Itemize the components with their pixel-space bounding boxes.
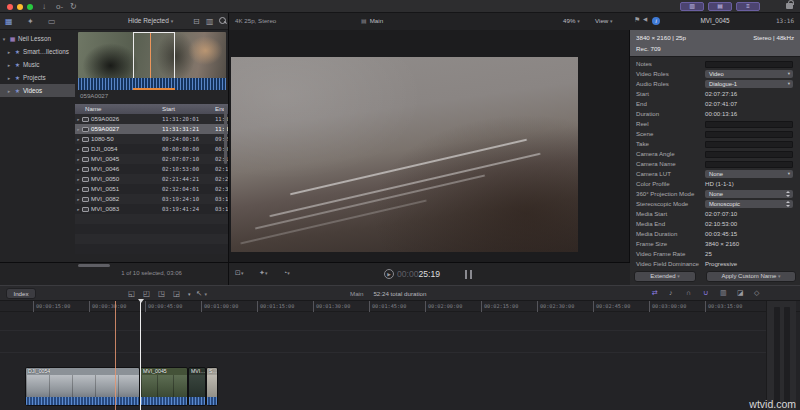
minimize-window-button[interactable] xyxy=(17,4,23,10)
timeline-clip[interactable]: S… xyxy=(206,367,218,406)
table-row[interactable]: ▸059A002611:31:20:0111:31 xyxy=(75,114,228,124)
extended-button[interactable]: Extended ▾ xyxy=(634,271,696,282)
text-field[interactable] xyxy=(705,131,793,138)
timeline-clip[interactable]: DJI_0054 xyxy=(25,367,140,406)
table-row[interactable]: ▸MVI_005002:21:44:2102:2 xyxy=(75,174,228,184)
disclosure-closed-icon[interactable]: ▸ xyxy=(75,175,82,184)
search-icon[interactable] xyxy=(219,17,227,25)
inspector-titlebar: ⚑ ◀ i MVI_0045 13:16 xyxy=(630,13,800,30)
close-window-button[interactable] xyxy=(7,4,13,10)
disclosure-closed-icon[interactable]: ▸ xyxy=(5,72,13,84)
play-button[interactable]: ▶ xyxy=(384,269,394,279)
list-vertical-scrollbar[interactable] xyxy=(224,106,227,164)
text-field[interactable] xyxy=(705,161,793,168)
index-button[interactable]: Index xyxy=(6,288,36,299)
table-row[interactable]: ▸MVI_004602:10:53:0002:12 xyxy=(75,164,228,174)
inspector-row-label: Stereoscopic Mode xyxy=(636,199,688,209)
list-view-icon[interactable]: ▥ xyxy=(206,15,214,28)
table-row[interactable]: ▸MVI_005102:32:04:0102:3 xyxy=(75,184,228,194)
view-dropdown[interactable]: View ▾ xyxy=(595,17,613,24)
table-row[interactable]: ▸MVI_008203:19:24:1003:1 xyxy=(75,194,228,204)
effects-browser-icon[interactable]: ◪ xyxy=(737,289,744,297)
timeline-clip[interactable]: MVI… xyxy=(188,367,206,406)
enhance-dropdown-icon[interactable]: ✦▾ xyxy=(259,269,267,277)
inspector-row-360-projection-mode: 360° Projection ModeNone xyxy=(630,189,800,199)
libraries-sidebar-icon[interactable]: ▦ xyxy=(5,15,13,28)
column-start[interactable]: Start xyxy=(162,104,175,114)
disclosure-closed-icon[interactable]: ▸ xyxy=(75,185,82,194)
text-field[interactable] xyxy=(705,141,793,148)
timeline-ruler[interactable]: 00:00:15:0000:00:30:0000:00:45:0000:01:0… xyxy=(0,301,800,312)
table-row[interactable]: ▸1080-5009:24:00:1609:24 xyxy=(75,134,228,144)
disclosure-closed-icon[interactable]: ▸ xyxy=(75,195,82,204)
table-row[interactable]: ▸MVI_008303:19:41:2403:1 xyxy=(75,204,228,214)
connect-clip-icon[interactable]: ◱ xyxy=(128,289,135,299)
chevron-down-icon: ▾ xyxy=(610,18,613,24)
text-field[interactable] xyxy=(705,61,793,68)
transform-dropdown-icon[interactable]: ⊡▾ xyxy=(235,269,243,277)
insert-clip-icon[interactable]: ◰ xyxy=(143,289,150,299)
clip-start-tc: 03:19:41:24 xyxy=(162,204,199,214)
audio-skimming-icon[interactable]: ♪ xyxy=(669,289,673,296)
disclosure-closed-icon[interactable]: ▸ xyxy=(75,115,82,124)
expand-icon[interactable]: ◇ xyxy=(754,289,759,297)
solo-icon[interactable]: ∩ xyxy=(686,289,691,296)
playhead[interactable] xyxy=(140,299,141,410)
chevron-down-icon[interactable]: ▾ xyxy=(188,289,191,299)
skimming-icon[interactable]: ⇄ xyxy=(652,289,658,297)
titles-generators-icon[interactable]: ▭ xyxy=(48,15,56,28)
table-row[interactable]: ▸MVI_004502:07:07:1002:1 xyxy=(75,154,228,164)
zoom-window-button[interactable] xyxy=(27,4,33,10)
filmstrip-preview[interactable] xyxy=(78,32,226,90)
refresh-icon[interactable]: ↻ xyxy=(70,1,77,12)
workspace-button-3[interactable]: ≡ xyxy=(736,2,760,11)
text-field[interactable] xyxy=(705,151,793,158)
disclosure-open-icon[interactable]: ▾ xyxy=(0,33,8,45)
disclosure-closed-icon[interactable]: ▸ xyxy=(5,46,13,58)
overwrite-clip-icon[interactable]: ◲ xyxy=(173,289,180,299)
clip-height-icon[interactable]: ⊟ xyxy=(193,15,200,28)
workspace-button-1[interactable]: ▥ xyxy=(680,2,704,11)
sidebar-item-music[interactable]: ▸★Music xyxy=(0,58,75,71)
table-row[interactable]: ▸DJI_005400:00:00:0000:0 xyxy=(75,144,228,154)
disclosure-closed-icon[interactable]: ▸ xyxy=(75,135,82,144)
sidebar-item-neil-lesson[interactable]: ▾▦Neil Lesson xyxy=(0,32,75,45)
inspector-row-label: Duration xyxy=(636,109,659,119)
tool-selector[interactable]: ↖ ▾ xyxy=(196,289,207,299)
clip-appearance-icon[interactable]: ▥ xyxy=(720,289,727,297)
skim-handles-icon[interactable] xyxy=(465,270,475,279)
apply-custom-name-button[interactable]: Apply Custom Name ▾ xyxy=(706,271,796,282)
key-icon[interactable]: o- xyxy=(56,1,63,12)
append-clip-icon[interactable]: ◳ xyxy=(158,289,165,299)
stepper[interactable]: None xyxy=(705,190,793,198)
timeline-clip[interactable]: MVI_0045 xyxy=(140,367,188,406)
disclosure-closed-icon[interactable]: ▸ xyxy=(75,125,82,134)
sidebar-item-smart-llections[interactable]: ▸★Smart…llections xyxy=(0,45,75,58)
browser-horizontal-scrollbar[interactable] xyxy=(78,264,110,267)
snapping-icon[interactable]: ∪ xyxy=(703,289,708,297)
sidebar-item-projects[interactable]: ▸★Projects xyxy=(0,71,75,84)
disclosure-closed-icon[interactable]: ▸ xyxy=(5,59,13,71)
photos-audio-icon[interactable]: ✦ xyxy=(27,15,34,28)
video-canvas[interactable] xyxy=(231,57,578,252)
table-row[interactable]: ▸059A002711:31:31:2111:31 xyxy=(75,124,228,134)
disclosure-closed-icon[interactable]: ▸ xyxy=(5,85,13,97)
column-name[interactable]: Name xyxy=(85,104,102,114)
timeline-lanes[interactable]: DJI_0054MVI_0045MVI…S… xyxy=(0,312,800,410)
workspace-button-2[interactable]: ▤ xyxy=(708,2,732,11)
retime-dropdown-icon[interactable]: ◔▾ xyxy=(283,269,290,276)
clip-table-header[interactable]: Name Start End xyxy=(75,104,228,114)
filter-dropdown[interactable]: Hide Rejected ▾ xyxy=(128,17,173,24)
stepper[interactable]: Monoscopic xyxy=(705,200,793,208)
disclosure-closed-icon[interactable]: ▸ xyxy=(75,205,82,214)
dropdown[interactable]: None▾ xyxy=(705,170,793,178)
disclosure-closed-icon[interactable]: ▸ xyxy=(75,155,82,164)
disclosure-closed-icon[interactable]: ▸ xyxy=(75,145,82,154)
disclosure-closed-icon[interactable]: ▸ xyxy=(75,165,82,174)
sidebar-item-videos[interactable]: ▸★Videos xyxy=(0,84,75,97)
dropdown[interactable]: Dialogue-1▾ xyxy=(705,80,793,88)
zoom-dropdown[interactable]: 49% ▾ xyxy=(563,17,580,24)
text-field[interactable] xyxy=(705,121,793,128)
download-icon[interactable]: ↓ xyxy=(42,1,46,12)
dropdown[interactable]: Video▾ xyxy=(705,70,793,78)
